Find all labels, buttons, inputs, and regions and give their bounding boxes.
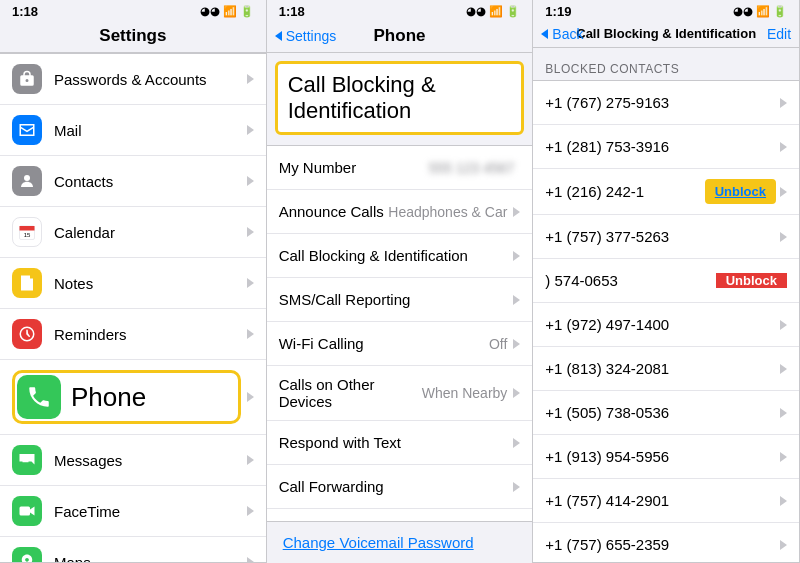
blocked-back-label: Back xyxy=(552,26,583,42)
settings-item-mail[interactable]: Mail xyxy=(0,105,266,156)
phone-chevron xyxy=(247,392,254,402)
back-chevron-icon xyxy=(275,31,282,41)
calendar-icon: 15 xyxy=(12,217,42,247)
blocked-contact-6[interactable]: +1 (813) 324-2081 xyxy=(533,347,799,391)
signal-icon: ◕◕ xyxy=(200,5,220,18)
announce-calls-chevron xyxy=(513,207,520,217)
reminders-icon xyxy=(12,319,42,349)
svg-rect-7 xyxy=(20,507,31,516)
calendar-chevron xyxy=(247,227,254,237)
phone-call-waiting[interactable]: Call Waiting xyxy=(267,509,533,522)
settings-item-notes[interactable]: Notes xyxy=(0,258,266,309)
phone-title: Phone xyxy=(374,26,426,46)
battery-icon: 🔋 xyxy=(240,5,254,18)
contact-chevron-9 xyxy=(780,496,787,506)
calls-other-value: When Nearby xyxy=(422,385,508,401)
mail-chevron xyxy=(247,125,254,135)
messages-chevron xyxy=(247,455,254,465)
settings-item-reminders[interactable]: Reminders xyxy=(0,309,266,360)
settings-item-maps[interactable]: Maps xyxy=(0,537,266,563)
contact-number-8: +1 (913) 954-5956 xyxy=(545,448,780,465)
blocked-contact-1[interactable]: +1 (281) 753-3916 xyxy=(533,125,799,169)
settings-item-facetime[interactable]: FaceTime xyxy=(0,486,266,537)
phone-wifi-calling[interactable]: Wi-Fi Calling Off xyxy=(267,322,533,366)
blocked-edit-button[interactable]: Edit xyxy=(767,26,791,42)
voicemail-password-link[interactable]: Change Voicemail Password xyxy=(267,522,533,563)
phone-highlight-box: Phone xyxy=(12,370,241,424)
wifi-icon: 📶 xyxy=(223,5,237,18)
unblock-yellow-button[interactable]: Unblock xyxy=(705,179,776,204)
battery-icon2: 🔋 xyxy=(506,5,520,18)
call-blocking-label: Call Blocking & Identification xyxy=(279,247,514,264)
contact-number-6: +1 (813) 324-2081 xyxy=(545,360,780,377)
call-blocking-chevron xyxy=(513,251,520,261)
wifi-calling-chevron xyxy=(513,339,520,349)
contact-number-2: +1 (216) 242-1 xyxy=(545,183,704,200)
phone-back-button[interactable]: Settings xyxy=(275,28,337,44)
phone-back-label: Settings xyxy=(286,28,337,44)
contact-chevron-0 xyxy=(780,98,787,108)
reminders-label: Reminders xyxy=(54,326,247,343)
blocked-contact-8[interactable]: +1 (913) 954-5956 xyxy=(533,435,799,479)
settings-item-phone[interactable]: Phone xyxy=(0,360,266,435)
contact-number-3: +1 (757) 377-5263 xyxy=(545,228,780,245)
blocked-contact-7[interactable]: +1 (505) 738-0536 xyxy=(533,391,799,435)
time-panel3: 1:19 xyxy=(545,4,571,19)
signal-icon3: ◕◕ xyxy=(733,5,753,18)
mail-icon xyxy=(12,115,42,145)
phone-respond-text[interactable]: Respond with Text xyxy=(267,421,533,465)
blocked-contacts-list: +1 (767) 275-9163 +1 (281) 753-3916 +1 (… xyxy=(533,80,799,563)
phone-call-forwarding[interactable]: Call Forwarding xyxy=(267,465,533,509)
blocked-contact-2[interactable]: +1 (216) 242-1 Unblock xyxy=(533,169,799,215)
messages-label: Messages xyxy=(54,452,247,469)
contacts-icon xyxy=(12,166,42,196)
maps-icon xyxy=(12,547,42,563)
calls-other-chevron xyxy=(513,388,520,398)
respond-text-label: Respond with Text xyxy=(279,434,514,451)
blocked-contact-4[interactable]: ) 574-0653 Unblock xyxy=(533,259,799,303)
settings-item-calendar[interactable]: 15 Calendar xyxy=(0,207,266,258)
blocked-back-button[interactable]: Back xyxy=(541,26,583,42)
wifi-icon2: 📶 xyxy=(489,5,503,18)
messages-icon xyxy=(12,445,42,475)
contact-number-5: +1 (972) 497-1400 xyxy=(545,316,780,333)
calls-other-label: Calls on Other Devices xyxy=(279,376,422,410)
announce-calls-value: Headphones & Car xyxy=(388,204,507,220)
svg-point-0 xyxy=(24,175,30,181)
settings-item-messages[interactable]: Messages xyxy=(0,435,266,486)
status-icons-panel3: ◕◕ 📶 🔋 xyxy=(733,5,787,18)
blocked-title: Call Blocking & Identification xyxy=(576,26,756,41)
signal-icon2: ◕◕ xyxy=(466,5,486,18)
contacts-chevron xyxy=(247,176,254,186)
settings-item-passwords[interactable]: Passwords & Accounts xyxy=(0,54,266,105)
contacts-label: Contacts xyxy=(54,173,247,190)
blocked-contact-10[interactable]: +1 (757) 655-2359 xyxy=(533,523,799,563)
contact-chevron-10 xyxy=(780,540,787,550)
settings-item-contacts[interactable]: Contacts xyxy=(0,156,266,207)
unblock-red-button[interactable]: Unblock xyxy=(716,273,787,288)
time-panel1: 1:18 xyxy=(12,4,38,19)
call-blocking-highlight-box: Call Blocking & Identification xyxy=(275,61,525,135)
passwords-icon xyxy=(12,64,42,94)
status-icons-panel2: ◕◕ 📶 🔋 xyxy=(466,5,520,18)
phone-my-number[interactable]: My Number 555 123 4567 xyxy=(267,146,533,190)
phone-announce-calls[interactable]: Announce Calls Headphones & Car xyxy=(267,190,533,234)
blocked-contact-5[interactable]: +1 (972) 497-1400 xyxy=(533,303,799,347)
settings-list: Passwords & Accounts Mail Contacts 15 Ca… xyxy=(0,53,266,563)
notes-icon xyxy=(12,268,42,298)
phone-call-blocking[interactable]: Call Blocking & Identification xyxy=(267,234,533,278)
contact-chevron-2 xyxy=(780,187,787,197)
blocked-contact-0[interactable]: +1 (767) 275-9163 xyxy=(533,81,799,125)
blocked-contact-9[interactable]: +1 (757) 414-2901 xyxy=(533,479,799,523)
blocked-contact-3[interactable]: +1 (757) 377-5263 xyxy=(533,215,799,259)
phone-calls-other[interactable]: Calls on Other Devices When Nearby xyxy=(267,366,533,421)
wifi-calling-value: Off xyxy=(489,336,507,352)
contact-chevron-8 xyxy=(780,452,787,462)
contact-number-4: ) 574-0653 xyxy=(545,272,715,289)
reminders-chevron xyxy=(247,329,254,339)
phone-sms-reporting[interactable]: SMS/Call Reporting xyxy=(267,278,533,322)
calendar-label: Calendar xyxy=(54,224,247,241)
contact-chevron-3 xyxy=(780,232,787,242)
phone-panel: 1:18 ◕◕ 📶 🔋 Settings Phone Call Blocking… xyxy=(267,0,534,563)
respond-text-chevron xyxy=(513,438,520,448)
